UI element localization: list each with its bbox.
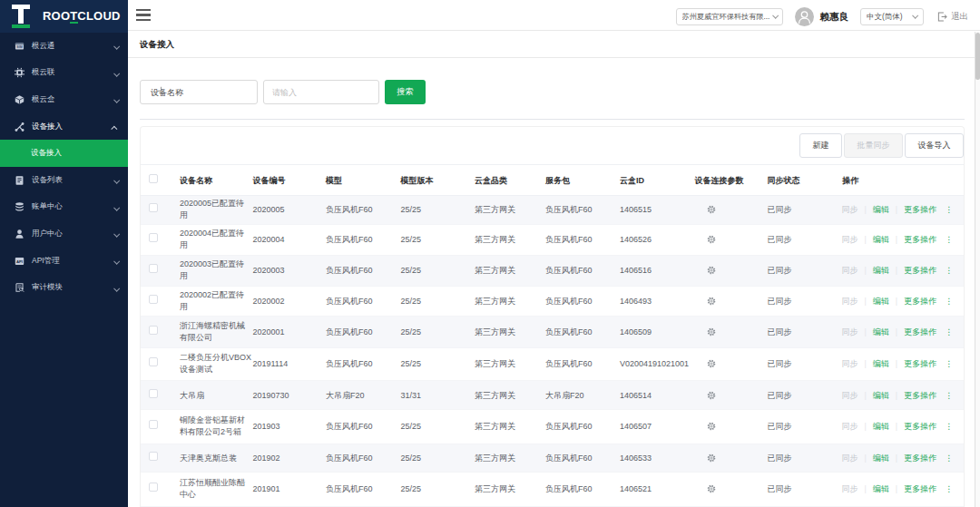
svg-text:SIM: SIM [16,45,22,49]
svg-text:API: API [16,258,23,263]
